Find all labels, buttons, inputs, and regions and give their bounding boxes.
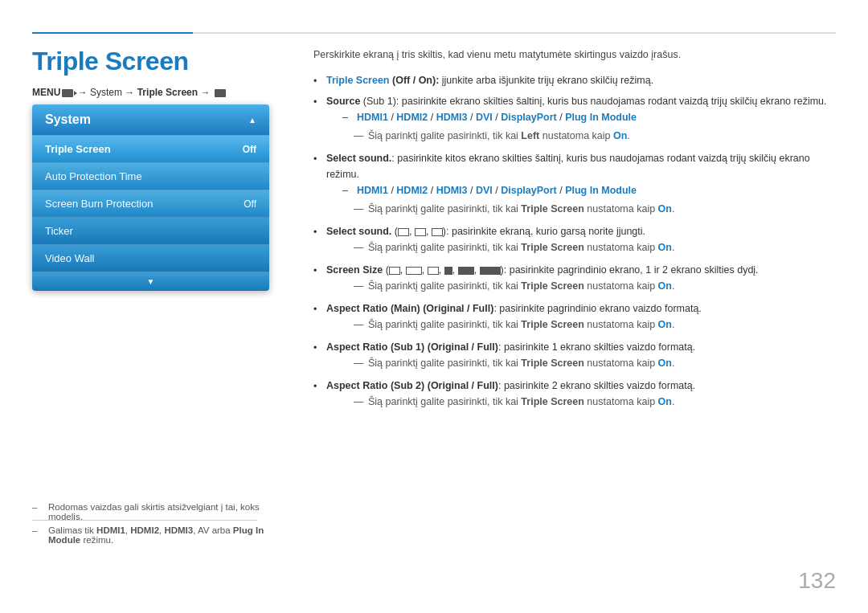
item-label-triple-screen: Triple Screen	[45, 143, 111, 155]
footnote-2: – Galimas tik HDMI1, HDMI2, HDMI3, AV ar…	[32, 525, 289, 545]
bullet-triple-screen: • Triple Screen (Off / On): įjunkite arb…	[313, 72, 836, 89]
select-sound-sub-sub: — Šią parinktį galite pasirinkti, tik ka…	[354, 201, 836, 217]
arrow-down-icon: ▼	[147, 277, 155, 286]
content-area: Perskirkite ekraną į tris skiltis, kad v…	[313, 47, 836, 416]
bullet-dot: •	[313, 73, 323, 89]
bullet-select-sound-1: • Select sound.: pasirinkite kitos ekran…	[313, 150, 836, 219]
screen-icon-2	[415, 228, 426, 236]
sz-icon-1	[389, 267, 400, 275]
bullet-source: • Source (Sub 1): pasirinkite ekrano ski…	[313, 93, 836, 146]
screen-icon-1	[398, 228, 409, 236]
menu-item-auto-protection[interactable]: Auto Protection Time	[32, 162, 269, 190]
source-sub-item: – HDMI1 / HDMI2 / HDMI3 / DVI / DisplayP…	[342, 109, 827, 125]
bullet-dot7: •	[313, 340, 323, 356]
bullet-aspect-sub2: • Aspect Ratio (Sub 2) (Original / Full)…	[313, 378, 836, 412]
system-header: System ▲	[32, 104, 269, 135]
menu-icon	[62, 89, 73, 97]
aspect-main-sub: — Šią parinktį galite pasirinkti, tik ka…	[354, 317, 702, 333]
bullet-select-sound-2: • Select sound. (, , ): pasirinkite ekra…	[313, 223, 836, 258]
arrow-up-icon: ▲	[248, 116, 256, 125]
item-label-auto-protection: Auto Protection Time	[45, 170, 142, 182]
bullet-dot4: •	[313, 224, 323, 240]
sz-icon-6	[480, 267, 501, 275]
select-sound2-sub: — Šią parinktį galite pasirinkti, tik ka…	[354, 239, 674, 255]
item-label-screen-burn: Screen Burn Protection	[45, 198, 153, 210]
select-sound-sub: – HDMI1 / HDMI2 / HDMI3 / DVI / DisplayP…	[342, 182, 836, 198]
item-value-triple-screen: Off	[243, 144, 256, 155]
footnote-1: – Rodomas vaizdas gali skirtis atsižvelg…	[32, 502, 289, 521]
bullet-aspect-main: • Aspect Ratio (Main) (Original / Full):…	[313, 300, 836, 335]
footnote-1-text: Rodomas vaizdas gali skirtis atsižvelgia…	[48, 502, 289, 521]
intro-text: Perskirkite ekraną į tris skiltis, kad v…	[313, 47, 836, 63]
bullet1-bold: Triple Screen	[326, 75, 390, 86]
sz-icon-3	[428, 267, 439, 275]
sz-icon-4	[444, 267, 452, 275]
item-label-video-wall: Video Wall	[45, 252, 94, 264]
system-title: System	[45, 112, 91, 127]
bullet-dot5: •	[313, 263, 323, 279]
system-panel: System ▲ Triple Screen Off Auto Protecti…	[32, 104, 269, 291]
bullet-dot8: •	[313, 378, 323, 394]
page-number: 132	[798, 568, 836, 594]
aspect-sub1-sub: — Šią parinktį galite pasirinkti, tik ka…	[354, 355, 695, 371]
menu-item-screen-burn[interactable]: Screen Burn Protection Off	[32, 190, 269, 217]
menu-item-video-wall[interactable]: Video Wall	[32, 244, 269, 272]
menu-item-triple-screen[interactable]: Triple Screen Off	[32, 135, 269, 162]
bullet-dot3: •	[313, 151, 323, 167]
source-sub-sub: — Šią parinktį galite pasirinkti, tik ka…	[354, 128, 827, 144]
bullet-aspect-sub1: • Aspect Ratio (Sub 1) (Original / Full)…	[313, 339, 836, 374]
menu-item-ticker[interactable]: Ticker	[32, 217, 269, 244]
footnotes: – Rodomas vaizdas gali skirtis atsižvelg…	[32, 502, 289, 549]
aspect-sub2-sub: — Šią parinktį galite pasirinkti, tik ka…	[354, 394, 695, 410]
menu-label: MENU	[32, 87, 60, 98]
item-label-ticker: Ticker	[45, 225, 73, 237]
item-value-screen-burn: Off	[244, 198, 256, 210]
top-line	[32, 32, 836, 34]
sz-icon-5	[458, 267, 474, 275]
arrow-down-container: ▼	[32, 272, 269, 291]
menu-path: MENU → System → Triple Screen →	[32, 87, 226, 98]
enter-icon	[215, 89, 226, 97]
screen-size-sub: — Šią parinktį galite pasirinkti, tik ka…	[354, 278, 759, 294]
bullet-dot6: •	[313, 301, 323, 317]
bullet-screen-size: • Screen Size (, , , , , ): pasirinkite …	[313, 262, 836, 296]
bullet-dot2: •	[313, 94, 323, 110]
screen-icon-3	[432, 228, 443, 236]
page-title: Triple Screen	[32, 47, 188, 76]
sz-icon-2	[406, 267, 422, 275]
